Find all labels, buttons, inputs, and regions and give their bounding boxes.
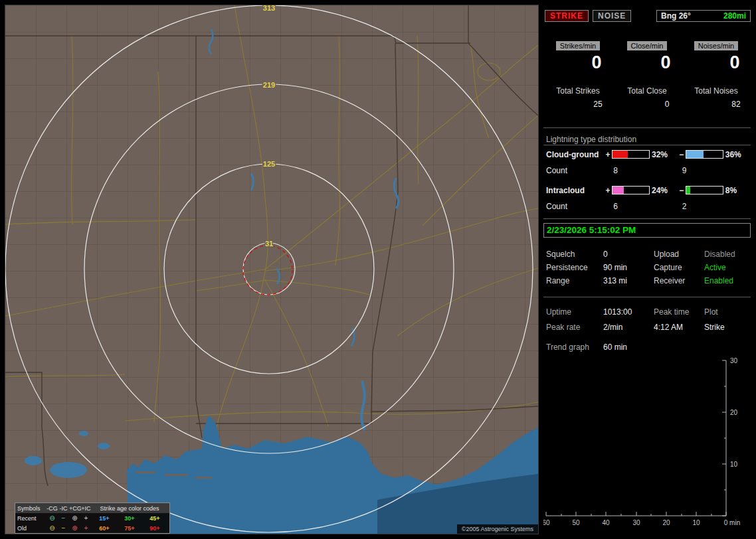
map-svg: 313 219 125 31 (5, 5, 538, 534)
peak-time-label: Peak time (654, 307, 704, 317)
intracloud-pos-bar (612, 186, 650, 194)
minus-sign: − (677, 186, 686, 195)
strikes-per-min-value: 0 (562, 52, 631, 73)
legend-header-row: Symbols -CG -IC +CG +IC Strike age color… (15, 503, 169, 513)
squelch-label: Squelch (546, 250, 603, 259)
status-row-2: Peak rate 2/min 4:12 AM Strike (543, 323, 751, 332)
radar-map: 313 219 125 31 Symbols -CG -IC +CG +IC S… (5, 5, 538, 534)
old-ncg-icon: ⊖ (47, 525, 58, 532)
legend-symbols-header: Symbols (17, 505, 47, 512)
capture-value: Active (704, 263, 751, 272)
intracloud-label: Intracloud (543, 186, 604, 195)
count-label: Count (543, 202, 613, 211)
status-panel: STRIKE NOISE Bng 26° 280mi Strikes/min 0… (543, 0, 751, 539)
strikes-per-min-col: Strikes/min 0 (543, 41, 613, 73)
old-nic-icon: − (58, 525, 69, 532)
trend-graph-label: Trend graph (546, 343, 603, 352)
upload-value: Disabled (704, 250, 751, 259)
x-tick-40: 40 (602, 519, 610, 526)
cloud-ground-label: Cloud-ground (543, 150, 604, 159)
strike-indicator[interactable]: STRIKE (545, 10, 589, 22)
separator (543, 218, 751, 219)
range-value: 313 mi (603, 276, 654, 285)
x-tick-60: 60 (543, 519, 550, 526)
ring-label-125: 125 (263, 160, 275, 168)
x-tick-0min: 0 min (724, 519, 740, 526)
noises-per-min-chip: Noises/min (694, 41, 738, 50)
age-30: 30+ (117, 515, 142, 522)
total-close-value: 0 (632, 100, 702, 109)
receiver-value: Enabled (704, 276, 751, 285)
cloud-ground-neg-pct: 36% (723, 150, 751, 159)
legend-age-header: Strike age color codes (92, 505, 167, 512)
trend-graph-row: Trend graph 60 min (543, 343, 751, 352)
legend-old-label: Old (17, 525, 47, 532)
datetime-display: 2/23/2026 5:15:02 PM (543, 223, 751, 238)
intracloud-row: Intracloud + 24% − 8% (543, 186, 751, 194)
cloud-ground-count-row: Count 8 9 (543, 166, 751, 175)
y-tick-10: 10 (730, 461, 738, 468)
bearing-distance-box: Bng 26° 280mi (656, 10, 751, 22)
intracloud-neg-pct: 8% (723, 186, 751, 195)
close-per-min-value: 0 (631, 52, 700, 73)
recent-nic-icon: − (58, 515, 69, 522)
uptime-label: Uptime (546, 307, 603, 317)
strikes-per-min-chip: Strikes/min (556, 41, 600, 50)
age-45: 45+ (142, 515, 167, 522)
peak-time-value: 4:12 AM (654, 323, 704, 332)
noises-per-min-value: 0 (700, 52, 756, 73)
trend-graph-value: 60 min (603, 343, 654, 352)
age-75: 75+ (117, 525, 142, 532)
total-close-label: Total Close (613, 86, 682, 96)
total-noises-label: Total Noises (682, 86, 751, 96)
bearing-value: Bng 26° (661, 11, 691, 21)
totals-row: Total Strikes 25 Total Close 0 Total Noi… (543, 86, 751, 109)
intracloud-count-row: Count 6 2 (543, 202, 751, 211)
recent-pcg-icon: ⊕ (69, 515, 80, 522)
cloud-ground-row: Cloud-ground + 32% − 36% (543, 150, 751, 159)
settings-row-1: Squelch 0 Upload Disabled (543, 250, 751, 259)
intracloud-neg-count: 2 (682, 202, 751, 211)
age-90: 90+ (142, 525, 167, 532)
legend-col-pcg: +CG (69, 505, 80, 512)
upload-label: Upload (654, 250, 704, 259)
recent-ncg-icon: ⊖ (47, 515, 58, 522)
legend-col-pic: +IC (80, 505, 92, 512)
count-label: Count (543, 166, 613, 175)
trend-graph-axes (546, 360, 726, 516)
plot-value: Strike (704, 323, 751, 332)
total-strikes-label: Total Strikes (543, 86, 613, 96)
close-per-min-chip: Close/min (627, 41, 668, 50)
rates-row: Strikes/min 0 Close/min 0 Noises/min 0 (543, 41, 751, 73)
legend-row-old: Old ⊖ − ⊕ + 60+ 75+ 90+ (15, 523, 169, 533)
old-pcg-icon: ⊕ (69, 525, 80, 532)
distribution-title: Lightning type distribution (546, 135, 636, 144)
age-60: 60+ (92, 525, 117, 532)
cloud-ground-pos-count: 8 (613, 166, 682, 175)
legend-col-nic: -IC (58, 505, 69, 512)
legend-recent-label: Recent (17, 515, 47, 522)
total-strikes-value: 25 (563, 100, 632, 109)
intracloud-pos-pct: 24% (650, 186, 677, 195)
map-legend: Symbols -CG -IC +CG +IC Strike age color… (15, 502, 170, 534)
cloud-ground-pos-pct: 32% (650, 150, 677, 159)
trend-graph: 30 20 10 60 50 40 30 20 10 0 min (543, 355, 751, 534)
legend-row-recent: Recent ⊖ − ⊕ + 15+ 30+ 45+ (15, 513, 169, 523)
persistence-label: Persistence (546, 263, 603, 272)
x-tick-50: 50 (572, 519, 580, 526)
peak-rate-value: 2/min (603, 323, 654, 332)
plus-sign: + (604, 186, 613, 195)
cloud-ground-neg-count: 9 (682, 166, 751, 175)
separator (543, 127, 751, 128)
noise-indicator[interactable]: NOISE (593, 10, 631, 22)
uptime-value: 1013:00 (603, 307, 654, 317)
settings-row-2: Persistence 90 min Capture Active (543, 263, 751, 272)
peak-rate-label: Peak rate (546, 323, 603, 332)
ring-label-313: 313 (263, 5, 275, 12)
x-tick-30: 30 (632, 519, 640, 526)
old-pic-icon: + (80, 525, 92, 532)
legend-col-ncg: -CG (47, 505, 58, 512)
receiver-label: Receiver (654, 276, 704, 285)
cloud-ground-pos-bar (612, 150, 650, 159)
x-tick-10: 10 (692, 519, 700, 526)
